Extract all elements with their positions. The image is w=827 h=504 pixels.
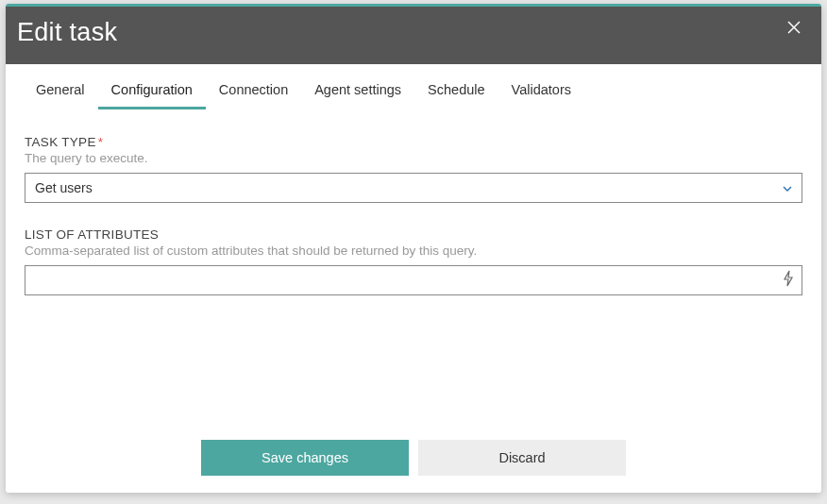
svg-marker-2 [785, 271, 792, 286]
list-of-attributes-input[interactable] [25, 266, 775, 294]
modal-footer: Save changes Discard [6, 427, 821, 493]
task-type-label-text: TASK TYPE [25, 135, 96, 149]
tab-schedule[interactable]: Schedule [414, 64, 498, 109]
close-icon[interactable] [784, 18, 804, 39]
modal-title: Edit task [17, 18, 117, 47]
modal-body: TASK TYPE* The query to execute. Get use… [6, 110, 821, 427]
edit-task-modal: Edit task General Configuration Connecti… [6, 4, 821, 493]
list-of-attributes-label: LIST OF ATTRIBUTES [25, 227, 802, 242]
task-type-label: TASK TYPE* [25, 135, 802, 149]
save-button[interactable]: Save changes [201, 440, 409, 476]
modal-header: Edit task [6, 7, 821, 64]
lightning-icon[interactable] [775, 270, 802, 291]
required-indicator: * [98, 135, 104, 149]
chevron-down-icon [783, 182, 792, 193]
tab-configuration[interactable]: Configuration [98, 64, 206, 109]
tab-bar: General Configuration Connection Agent s… [6, 64, 821, 110]
tab-general[interactable]: General [23, 64, 98, 109]
list-of-attributes-input-wrap [25, 265, 802, 295]
task-type-select[interactable]: Get users [25, 173, 802, 203]
tab-validators[interactable]: Validators [498, 64, 584, 109]
task-type-help: The query to execute. [25, 151, 802, 165]
discard-button[interactable]: Discard [418, 440, 626, 476]
task-type-group: TASK TYPE* The query to execute. Get use… [25, 135, 802, 203]
list-of-attributes-group: LIST OF ATTRIBUTES Comma-separated list … [25, 227, 802, 295]
task-type-value: Get users [35, 180, 783, 195]
tab-connection[interactable]: Connection [206, 64, 301, 109]
tab-agent-settings[interactable]: Agent settings [301, 64, 414, 109]
list-of-attributes-help: Comma-separated list of custom attribute… [25, 244, 802, 258]
